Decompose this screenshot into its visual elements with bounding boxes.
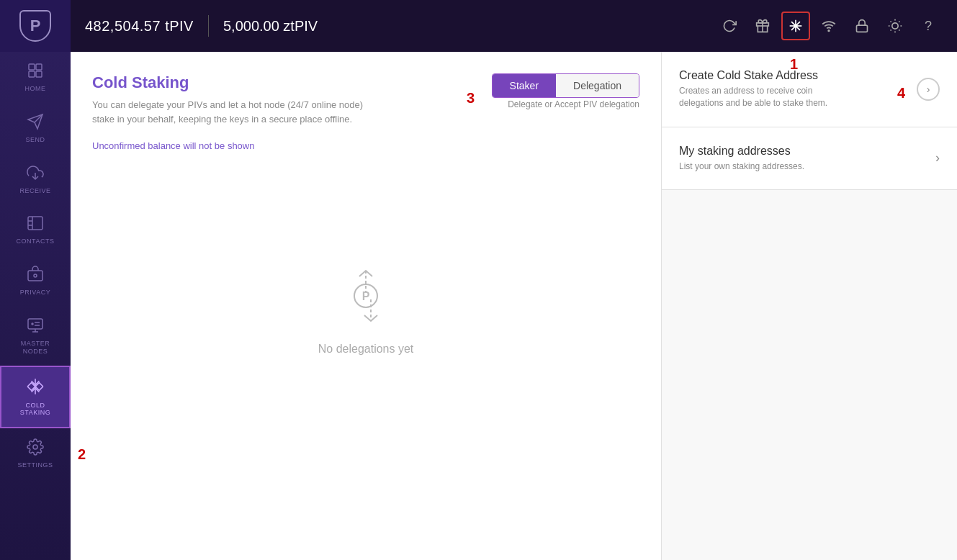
sidebar-item-send[interactable]: SEND (0, 103, 71, 154)
tab-toggle: Staker Delegation (492, 73, 639, 98)
send-icon (27, 113, 44, 133)
annotation-1: 1 (790, 56, 798, 73)
svg-rect-1 (36, 64, 42, 70)
svg-text:P: P (362, 290, 370, 302)
svg-point-28 (828, 30, 830, 32)
my-staking-addresses-item[interactable]: My staking addresses List your own staki… (662, 127, 957, 191)
help-button[interactable]: ? (914, 12, 943, 40)
svg-point-30 (892, 23, 898, 29)
svg-rect-29 (857, 25, 868, 32)
coldstaking-topbar-button[interactable] (781, 12, 810, 40)
svg-rect-11 (28, 271, 42, 281)
sidebar-item-masternodes-label: MASTER NODES (21, 340, 50, 356)
sidebar: P HOME SEND (0, 0, 71, 560)
home-icon (27, 62, 44, 82)
privacy-icon (27, 266, 44, 286)
create-cold-stake-item[interactable]: Create Cold Stake Address Creates an add… (662, 52, 957, 127)
my-staking-addresses-title: My staking addresses (679, 145, 928, 158)
sidebar-item-contacts[interactable]: CONTACTS (0, 204, 71, 256)
lock-button[interactable] (848, 12, 876, 40)
create-cold-stake-text: Create Cold Stake Address Creates an add… (679, 69, 917, 109)
main-content: Cold Staking You can delegate your PIVs … (71, 52, 661, 560)
page-description: You can delegate your PIVs and let a hot… (92, 98, 395, 126)
sidebar-item-home[interactable]: HOME (0, 52, 71, 103)
svg-point-16 (32, 323, 33, 325)
empty-icon: P (333, 263, 398, 328)
svg-rect-2 (29, 71, 35, 77)
sidebar-item-settings-label: SETTINGS (17, 461, 53, 469)
staker-tab[interactable]: Staker (493, 74, 556, 97)
svg-line-38 (899, 22, 899, 22)
coldstaking-icon (26, 377, 45, 399)
sidebar-item-contacts-label: CONTACTS (17, 238, 55, 245)
svg-line-33 (891, 22, 891, 22)
my-staking-addresses-text: My staking addresses List your own staki… (679, 145, 928, 173)
brightness-button[interactable] (881, 12, 909, 40)
sidebar-logo: P (0, 0, 71, 52)
sidebar-item-home-label: HOME (25, 85, 46, 93)
sidebar-item-send-label: SEND (25, 136, 45, 144)
logo-letter: P (30, 17, 41, 35)
topbar: 482,504.57 tPIV 5,000.00 ztPIV (71, 0, 957, 52)
right-panel: Create Cold Stake Address Creates an add… (661, 52, 957, 560)
delegation-tab[interactable]: Delegation (556, 74, 639, 97)
logo-shield: P (19, 10, 51, 42)
network-button[interactable] (814, 12, 843, 40)
empty-state: P No delegations yet (92, 151, 639, 468)
sidebar-item-coldstaking[interactable]: COLD STAKING (0, 366, 71, 429)
svg-rect-13 (28, 319, 42, 329)
svg-point-12 (34, 274, 37, 277)
create-cold-stake-chevron: › (917, 78, 940, 101)
empty-label: No delegations yet (318, 343, 414, 356)
receive-icon (27, 164, 44, 184)
annotation-4: 4 (897, 85, 905, 101)
refresh-button[interactable] (715, 12, 744, 40)
tab-sublabel: Delegate or Accept PIV delegation (508, 99, 639, 109)
masternodes-icon (27, 317, 44, 337)
svg-line-37 (891, 30, 891, 30)
svg-rect-7 (28, 217, 42, 230)
svg-line-34 (899, 30, 899, 30)
gift-button[interactable] (748, 12, 777, 40)
topbar-icons: ? (715, 12, 943, 40)
balance-ztpiv: 5,000.00 ztPIV (223, 18, 318, 35)
svg-point-20 (33, 445, 37, 449)
my-staking-addresses-chevron: › (935, 150, 940, 166)
contacts-icon (27, 214, 44, 235)
my-staking-addresses-desc: List your own staking addresses. (679, 161, 928, 173)
sidebar-item-receive-label: RECEIVE (19, 187, 50, 195)
settings-icon (27, 438, 44, 459)
annotation-3: 3 (467, 90, 475, 107)
topbar-divider (208, 15, 209, 37)
sidebar-item-masternodes[interactable]: MASTER NODES (0, 307, 71, 366)
svg-rect-3 (36, 71, 42, 77)
sidebar-item-settings[interactable]: SETTINGS (0, 428, 71, 479)
annotation-2: 2 (78, 446, 86, 463)
balance-tpiv: 482,504.57 tPIV (85, 18, 194, 35)
sidebar-item-coldstaking-label: COLD STAKING (20, 402, 50, 417)
svg-rect-0 (29, 64, 35, 70)
sidebar-item-privacy-label: PRIVACY (20, 289, 50, 297)
sidebar-item-receive[interactable]: RECEIVE (0, 154, 71, 205)
unconfirmed-notice: Unconfirmed balance will not be shown (92, 140, 639, 151)
sidebar-item-privacy[interactable]: PRIVACY (0, 256, 71, 307)
create-cold-stake-desc: Creates an address to receive coin deleg… (679, 85, 917, 109)
